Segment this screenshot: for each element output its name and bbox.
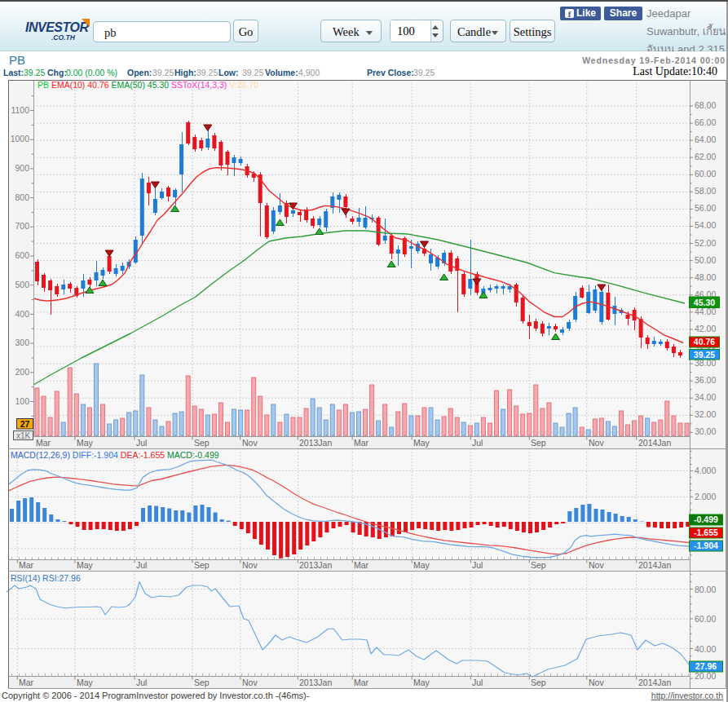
svg-text:34.00: 34.00	[695, 392, 716, 402]
svg-text:Jul: Jul	[136, 438, 147, 448]
svg-text:Sep: Sep	[194, 560, 210, 570]
svg-text:Nov: Nov	[242, 678, 258, 687]
svg-text:Nov: Nov	[242, 560, 258, 570]
svg-text:64.00: 64.00	[695, 135, 716, 144]
svg-text:2014Jan: 2014Jan	[638, 560, 671, 570]
svg-text:MACD(12,26,9) DIFF:-1.904 DEA:: MACD(12,26,9) DIFF:-1.904 DEA:-1.655 MAC…	[11, 450, 219, 460]
svg-text:Jul: Jul	[472, 560, 483, 570]
svg-text:48.00: 48.00	[695, 272, 716, 282]
svg-text:45.30: 45.30	[694, 298, 715, 307]
svg-text:2013Jan: 2013Jan	[299, 678, 332, 687]
svg-text:Mar: Mar	[354, 560, 369, 570]
svg-text:1000: 1000	[11, 134, 30, 143]
svg-text:32.00: 32.00	[695, 409, 716, 419]
svg-text:20.00: 20.00	[695, 671, 716, 681]
svg-text:58.00: 58.00	[695, 186, 716, 196]
svg-text:4.000: 4.000	[695, 466, 716, 475]
svg-text:800: 800	[15, 192, 29, 202]
svg-text:200: 200	[15, 367, 29, 377]
svg-text:2013Jan: 2013Jan	[299, 438, 332, 448]
svg-text:60.00: 60.00	[695, 614, 716, 624]
svg-text:600: 600	[15, 250, 29, 260]
svg-text:40.00: 40.00	[695, 644, 716, 654]
svg-text:900: 900	[15, 163, 29, 173]
svg-text:Mar: Mar	[36, 438, 51, 448]
svg-text:400: 400	[15, 309, 29, 319]
svg-text:May: May	[77, 438, 94, 448]
svg-text:x1K: x1K	[16, 431, 31, 440]
svg-text:Jul: Jul	[472, 438, 483, 448]
svg-text:Mar: Mar	[354, 678, 369, 687]
svg-text:PB EMA(10) 40.76 EMA(50) 45.30: PB EMA(10) 40.76 EMA(50) 45.30 SSToX(14,…	[38, 80, 258, 90]
svg-text:Nov: Nov	[242, 438, 258, 448]
svg-text:Nov: Nov	[589, 678, 604, 687]
svg-text:700: 700	[15, 221, 29, 231]
svg-text:May: May	[413, 560, 430, 570]
svg-text:52.00: 52.00	[695, 238, 716, 248]
svg-text:2014Jan: 2014Jan	[638, 678, 671, 687]
svg-text:62.00: 62.00	[695, 152, 716, 161]
svg-text:Jul: Jul	[136, 678, 147, 687]
svg-text:2014Jan: 2014Jan	[638, 438, 671, 448]
svg-text:27: 27	[20, 419, 30, 429]
svg-text:500: 500	[15, 280, 29, 289]
svg-text:68.00: 68.00	[695, 100, 716, 110]
svg-text:Nov: Nov	[589, 438, 604, 448]
svg-text:27.96: 27.96	[695, 661, 717, 671]
svg-text:Jul: Jul	[472, 678, 483, 687]
svg-text:80.00: 80.00	[695, 585, 716, 594]
svg-text:2013Jan: 2013Jan	[299, 560, 332, 570]
svg-text:May: May	[77, 560, 94, 570]
svg-text:60.00: 60.00	[695, 169, 716, 179]
svg-text:42.00: 42.00	[695, 324, 716, 333]
svg-text:May: May	[413, 438, 430, 448]
svg-text:Sep: Sep	[531, 678, 546, 687]
svg-text:-1.904: -1.904	[694, 541, 718, 550]
svg-text:300: 300	[15, 338, 29, 347]
svg-text:Sep: Sep	[194, 678, 210, 687]
svg-text:-1.655: -1.655	[694, 528, 718, 537]
svg-text:Jul: Jul	[136, 560, 147, 570]
svg-text:Mar: Mar	[354, 438, 369, 448]
svg-text:56.00: 56.00	[695, 203, 716, 213]
svg-text:50.00: 50.00	[695, 255, 716, 265]
svg-text:RSI(14) RSI:27.96: RSI(14) RSI:27.96	[11, 573, 81, 583]
svg-text:66.00: 66.00	[695, 117, 716, 127]
svg-text:Mar: Mar	[19, 678, 34, 687]
svg-text:May: May	[77, 678, 94, 687]
svg-text:54.00: 54.00	[695, 220, 716, 230]
svg-text:100: 100	[15, 396, 29, 406]
svg-text:-0.499: -0.499	[694, 514, 718, 524]
svg-text:40.76: 40.76	[694, 337, 715, 347]
svg-text:1100: 1100	[11, 105, 29, 115]
svg-text:Sep: Sep	[531, 560, 546, 570]
svg-text:39.25: 39.25	[694, 350, 715, 360]
svg-text:Mar: Mar	[19, 560, 34, 570]
svg-text:Sep: Sep	[531, 438, 546, 448]
svg-text:Sep: Sep	[194, 438, 210, 448]
svg-text:2.000: 2.000	[695, 492, 716, 501]
svg-text:May: May	[413, 678, 430, 687]
svg-text:30.00: 30.00	[695, 426, 716, 436]
svg-text:36.00: 36.00	[695, 375, 716, 385]
svg-text:Nov: Nov	[589, 560, 604, 570]
